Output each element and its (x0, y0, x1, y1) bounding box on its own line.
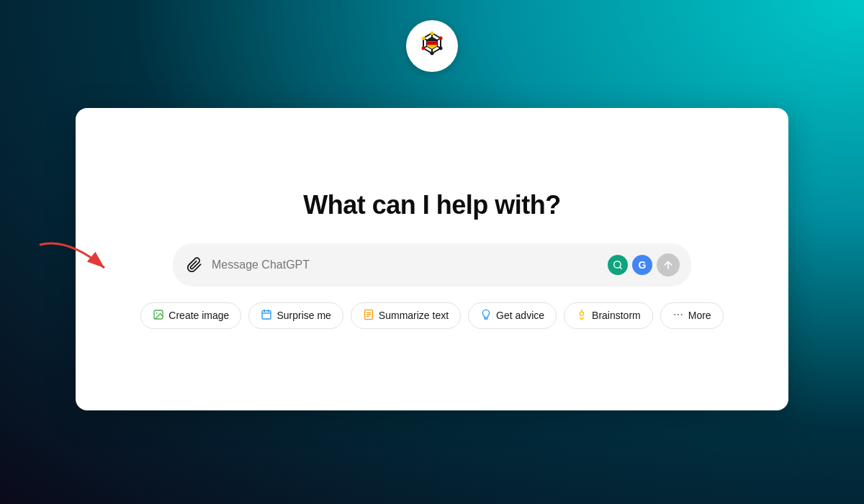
action-btn-surprise-me[interactable]: Surprise me (248, 302, 343, 329)
action-btn-create-image[interactable]: Create image (140, 302, 241, 329)
input-right-icons: G (608, 253, 680, 276)
action-btn-get-advice[interactable]: Get advice (468, 302, 557, 329)
message-input[interactable] (212, 258, 600, 271)
logo-container (406, 20, 458, 72)
arrow-annotation (32, 238, 119, 298)
svg-point-15 (439, 47, 443, 50)
svg-point-16 (431, 52, 434, 55)
action-btn-brainstorm[interactable]: Brainstorm (564, 302, 653, 329)
svg-point-36 (678, 314, 679, 315)
svg-rect-11 (427, 41, 437, 45)
more-icon (672, 309, 684, 323)
action-btn-summarize-text[interactable]: Summarize text (351, 302, 461, 329)
summarize-text-label: Summarize text (379, 310, 449, 321)
red-arrow-icon (32, 238, 119, 295)
search-green-icon[interactable] (608, 255, 628, 275)
send-button[interactable] (657, 253, 680, 276)
message-input-area: G (173, 243, 691, 287)
svg-point-22 (156, 312, 158, 313)
svg-point-32 (580, 312, 583, 315)
attach-icon[interactable] (184, 255, 204, 275)
more-label: More (688, 310, 711, 321)
brainstorm-label: Brainstorm (592, 310, 641, 321)
main-heading: What can I help with? (303, 190, 561, 220)
action-btn-more[interactable]: More (660, 302, 724, 329)
svg-point-35 (674, 314, 675, 315)
brainstorm-icon (576, 309, 588, 323)
svg-point-13 (431, 32, 434, 35)
main-card: What can I help with? G Create image (76, 108, 788, 410)
create-image-icon (153, 309, 164, 323)
create-image-label: Create image (168, 310, 229, 321)
get-advice-icon (480, 309, 492, 323)
summarize-text-icon (363, 309, 374, 323)
svg-rect-23 (262, 310, 271, 318)
app-logo-icon (413, 27, 451, 65)
svg-point-18 (422, 37, 426, 40)
svg-point-14 (439, 37, 443, 40)
surprise-me-label: Surprise me (276, 310, 330, 321)
logo-circle (406, 20, 458, 72)
surprise-me-icon (261, 309, 272, 323)
svg-point-17 (422, 47, 426, 50)
svg-point-37 (680, 314, 682, 315)
get-advice-label: Get advice (496, 310, 544, 321)
google-icon[interactable]: G (632, 255, 652, 275)
action-buttons-row: Create imageSurprise meSummarize textGet… (140, 302, 723, 329)
